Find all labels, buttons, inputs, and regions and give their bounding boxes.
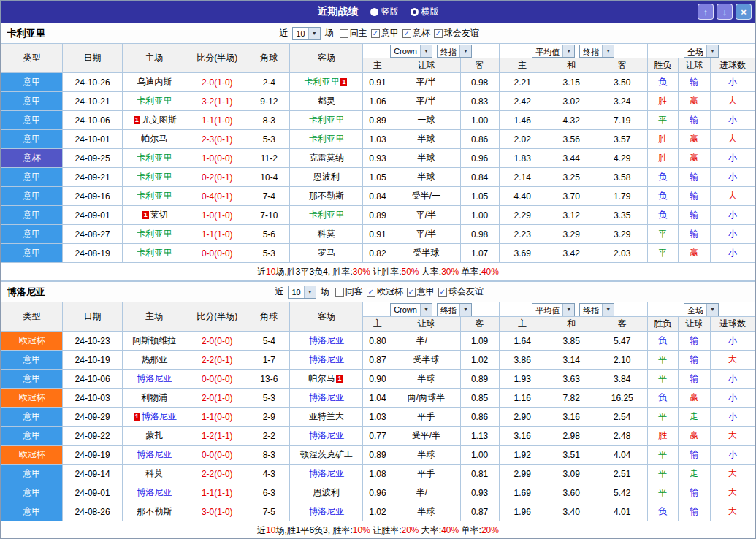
league-badge: 意甲 (1, 483, 63, 502)
odds-away: 0.89 (460, 370, 499, 389)
home-team: 科莫 (123, 465, 186, 483)
away-team[interactable]: 卡利亚里 (290, 206, 363, 225)
corner-score: 13-6 (248, 370, 290, 389)
match-row: 意甲24-10-26乌迪内斯2-0(1-0)2-4卡利亚里10.91平/半0.9… (1, 73, 755, 92)
home-team[interactable]: 博洛尼亚 (123, 483, 186, 502)
away-team[interactable]: 博洛尼亚 (290, 465, 363, 483)
filter-checkbox-3[interactable]: ✓球会友谊 (434, 27, 479, 39)
away-team: 恩波利 (290, 483, 363, 502)
avg-draw: 3.85 (546, 332, 597, 351)
filter-checkbox-1[interactable]: ✓意甲 (371, 27, 399, 39)
home-team[interactable]: 1博洛尼亚 (123, 408, 186, 427)
bookmaker-select-cell: Crown▼终指▼ (363, 44, 499, 58)
home-team[interactable]: 卡利亚里 (123, 187, 186, 206)
home-team[interactable]: 博洛尼亚 (123, 370, 186, 389)
match-count-select[interactable]: 10▼ (292, 27, 320, 40)
dropdown-arrow-icon: ▼ (562, 45, 574, 57)
col-header-away: 客场 (290, 302, 363, 332)
average-stage-select[interactable]: 终指▼ (579, 45, 614, 58)
scope-select-value: 全场 (684, 304, 706, 316)
move-up-button[interactable]: ↑ (698, 4, 714, 20)
odds-home: 0.93 (363, 149, 392, 168)
away-team[interactable]: 博洛尼亚 (290, 502, 363, 521)
summary-stat-value: 20% (481, 525, 499, 535)
recent-results-panel: 近期战绩 竖版横版 ↑↓× 卡利亚里近10▼场同主✓意甲✓意杯✓球会友谊类型日期… (0, 0, 756, 539)
match-score: 1-1(1-0) (186, 111, 248, 130)
team-name: 科莫 (318, 229, 335, 239)
result-outcome: 平 (647, 408, 678, 427)
result-handicap: 走 (678, 465, 710, 483)
bookmaker-stage-select[interactable]: 终指▼ (437, 303, 472, 316)
result-goals: 大 (710, 465, 755, 483)
avg-away: 4.01 (597, 502, 647, 521)
home-team: 1尤文图斯 (123, 111, 186, 130)
corner-score: 8-3 (248, 111, 290, 130)
filter-checkbox-2[interactable]: ✓意甲 (407, 286, 435, 298)
league-badge: 意甲 (1, 187, 63, 206)
bookmaker-select[interactable]: Crown▼ (390, 303, 432, 316)
away-team[interactable]: 博洛尼亚 (290, 351, 363, 370)
home-team[interactable]: 卡利亚里 (123, 92, 186, 111)
home-team[interactable]: 卡利亚里 (123, 149, 186, 168)
match-count-select-value: 10 (293, 28, 308, 39)
close-button[interactable]: × (736, 4, 752, 20)
section-header: 卡利亚里近10▼场同主✓意甲✓意杯✓球会友谊 (1, 23, 755, 43)
avg-away: 5.42 (597, 483, 647, 502)
away-team[interactable]: 博洛尼亚 (290, 332, 363, 351)
away-team[interactable]: 卡利亚里 (290, 111, 363, 130)
result-goals: 小 (710, 225, 755, 244)
summary-stat-label: 场,胜3平3负4, 胜率: (275, 267, 352, 277)
filter-checkbox-0[interactable]: 同主 (340, 27, 367, 39)
match-date: 24-10-23 (63, 332, 123, 351)
match-date: 24-09-21 (63, 168, 123, 187)
odds-home: 0.84 (363, 187, 392, 206)
odds-handicap: 平/半 (392, 73, 460, 92)
dropdown-arrow-icon: ▼ (706, 304, 718, 316)
radio-icon (370, 8, 378, 16)
filter-checkbox-1[interactable]: ✓欧冠杯 (367, 286, 403, 298)
match-date: 24-08-27 (63, 225, 123, 244)
titlebar: 近期战绩 竖版横版 ↑↓× (1, 1, 755, 23)
average-stage-select[interactable]: 终指▼ (579, 303, 614, 316)
checkbox-label: 球会友谊 (448, 286, 484, 298)
col-header-avg-away: 客 (597, 58, 647, 73)
home-team[interactable]: 卡利亚里 (123, 244, 186, 263)
average-select[interactable]: 平均值▼ (532, 303, 575, 316)
match-date: 24-09-14 (63, 465, 123, 483)
avg-draw: 3.15 (546, 73, 597, 92)
corner-score: 7-5 (248, 502, 290, 521)
away-team: 克雷莫纳 (290, 149, 363, 168)
odds-away: 0.84 (460, 168, 499, 187)
match-row: 意甲24-08-27卡利亚里1-1(1-0)5-6科莫0.91平/半0.982.… (1, 225, 755, 244)
scope-select[interactable]: 全场▼ (684, 45, 719, 58)
layout-radio-horizontal[interactable]: 横版 (411, 6, 439, 18)
away-team[interactable]: 卡利亚里 (290, 130, 363, 149)
average-select[interactable]: 平均值▼ (532, 45, 575, 58)
result-handicap: 输 (678, 370, 710, 389)
result-goals: 小 (710, 149, 755, 168)
move-down-button[interactable]: ↓ (717, 4, 733, 20)
away-team[interactable]: 卡利亚里1 (290, 73, 363, 92)
result-handicap: 输 (678, 168, 710, 187)
layout-radio-vertical[interactable]: 竖版 (370, 6, 399, 18)
odds-home: 0.89 (363, 111, 392, 130)
away-team[interactable]: 博洛尼亚 (290, 427, 363, 446)
summary-stat-value: 10 (266, 525, 275, 535)
filter-checkbox-3[interactable]: ✓球会友谊 (438, 286, 484, 298)
corner-score: 5-4 (248, 332, 290, 351)
away-team[interactable]: 博洛尼亚 (290, 389, 363, 408)
bookmaker-stage-select[interactable]: 终指▼ (437, 45, 472, 58)
match-count-select[interactable]: 10▼ (288, 286, 316, 299)
col-header-home: 主场 (123, 44, 186, 73)
filter-checkbox-0[interactable]: 同客 (335, 286, 363, 298)
home-team[interactable]: 博洛尼亚 (123, 446, 186, 465)
match-row: 意甲24-10-06博洛尼亚0-0(0-0)13-6帕尔马10.90半球0.89… (1, 370, 755, 389)
dropdown-arrow-icon: ▼ (308, 28, 320, 39)
checkbox-label: 意甲 (417, 286, 435, 298)
filter-checkbox-2[interactable]: ✓意杯 (402, 27, 430, 39)
home-team[interactable]: 卡利亚里 (123, 225, 186, 244)
team-name: 亚特兰大 (309, 411, 344, 421)
bookmaker-select[interactable]: Crown▼ (390, 45, 432, 58)
home-team[interactable]: 卡利亚里 (123, 168, 186, 187)
scope-select[interactable]: 全场▼ (684, 303, 719, 316)
